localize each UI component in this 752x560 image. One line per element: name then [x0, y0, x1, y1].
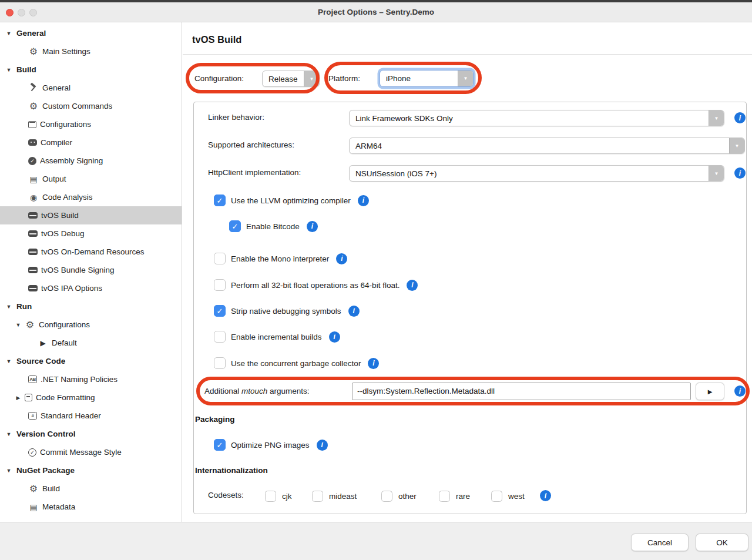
httpclient-implementation-dropdown[interactable]: NSUrlSession (iOS 7+)▼	[349, 165, 724, 182]
chevron-down-icon[interactable]: ▼	[304, 71, 319, 86]
linker-behavior-dropdown[interactable]: Link Framework SDKs Only▼	[349, 110, 724, 126]
checkbox[interactable]	[439, 491, 450, 502]
sidebar-item-commit-message-style[interactable]: ✓Commit Message Style	[0, 443, 182, 461]
disclosure-right-icon[interactable]: ▶	[14, 395, 22, 401]
info-icon[interactable]: i	[734, 112, 746, 123]
checkbox[interactable]	[491, 491, 502, 502]
sidebar-item-default[interactable]: ▶Default	[0, 334, 182, 352]
sidebar-item-label: tvOS Build	[41, 211, 79, 220]
sidebar-item-standard-header[interactable]: #Standard Header	[0, 407, 182, 425]
checkbox[interactable]: ✓	[214, 439, 226, 451]
info-icon[interactable]: i	[734, 385, 746, 397]
info-icon[interactable]: i	[336, 253, 347, 264]
info-icon[interactable]: i	[317, 440, 328, 451]
info-icon[interactable]: i	[407, 280, 418, 291]
chevron-down-icon[interactable]: ▼	[709, 110, 724, 126]
sidebar-item-net-naming-policies[interactable]: AB.NET Naming Policies	[0, 370, 182, 388]
sidebar-item-tvos-ipa-options[interactable]: tvOS IPA Options	[0, 279, 182, 297]
mtouch-arguments-input[interactable]: --dlsym:System.Reflection.Metadata.dll	[352, 383, 691, 400]
sidebar-item-tvos-build[interactable]: tvOS Build	[0, 206, 182, 224]
sidebar-item-metadata[interactable]: ▤Metadata	[0, 498, 182, 516]
checkbox[interactable]	[214, 253, 226, 264]
checkbox[interactable]: ✓	[214, 195, 226, 206]
sidebar-item-code-formatting[interactable]: ▶Code Formatting	[0, 388, 182, 407]
chevron-down-icon[interactable]: ▼	[729, 138, 744, 153]
info-icon[interactable]: i	[307, 221, 318, 232]
circle-check-icon: ✓	[28, 448, 36, 457]
robot-icon	[28, 139, 37, 146]
sidebar-item-label: Code Formatting	[36, 393, 95, 402]
sidebar-item-code-analysis[interactable]: ◉Code Analysis	[0, 188, 182, 206]
chevron-down-icon[interactable]: ▼	[458, 71, 473, 86]
ok-button[interactable]: OK	[696, 534, 748, 551]
checkbox[interactable]	[214, 279, 226, 291]
checkbox-label: Strip native debugging symbols	[231, 307, 341, 316]
configuration-dropdown[interactable]: Release ▼	[262, 71, 320, 87]
checkbox[interactable]: ✓	[229, 220, 241, 232]
tv-icon	[28, 212, 38, 219]
checkbox[interactable]	[214, 357, 226, 369]
sidebar-item-custom-commands[interactable]: ⚙Custom Commands	[0, 97, 182, 115]
disclosure-down-icon[interactable]: ▼	[5, 431, 13, 437]
disclosure-down-icon[interactable]: ▼	[14, 322, 22, 328]
info-icon[interactable]: i	[348, 306, 360, 317]
sidebar-item-general[interactable]: General	[0, 79, 182, 97]
checkbox[interactable]	[214, 331, 226, 343]
sidebar-item-assembly-signing[interactable]: ✓Assembly Signing	[0, 152, 182, 170]
info-icon[interactable]: i	[329, 331, 340, 343]
disclosure-down-icon[interactable]: ▼	[5, 304, 13, 310]
checkbox[interactable]: ✓	[214, 305, 226, 317]
chevron-down-icon[interactable]: ▼	[709, 166, 724, 181]
info-icon[interactable]: i	[368, 358, 379, 369]
supported-architectures-dropdown[interactable]: ARM64▼	[349, 138, 745, 154]
tv-icon	[28, 267, 38, 273]
sidebar-item-compiler[interactable]: Compiler	[0, 133, 182, 152]
sidebar-item-configurations[interactable]: ▼⚙Configurations	[0, 316, 182, 334]
checkbox[interactable]	[381, 491, 392, 502]
sidebar-item-tvos-bundle-signing[interactable]: tvOS Bundle Signing	[0, 261, 182, 279]
checkbox[interactable]	[312, 491, 323, 502]
checkbox-label: west	[508, 492, 525, 501]
sidebar-item-nuget-package[interactable]: ▼NuGet Package	[0, 461, 182, 479]
sidebar-item-build[interactable]: ⚙Build	[0, 479, 182, 498]
checkbox[interactable]	[265, 491, 276, 502]
option-row-linker-behavior: Linker behavior:Link Framework SDKs Only…	[194, 110, 746, 126]
document-icon: ▤	[28, 175, 39, 184]
sidebar-item-source-code[interactable]: ▼Source Code	[0, 352, 182, 370]
codeset-cjk: cjk	[265, 489, 292, 502]
info-icon[interactable]: i	[358, 195, 369, 206]
sidebar-item-run[interactable]: ▼Run	[0, 297, 182, 316]
disclosure-down-icon[interactable]: ▼	[5, 31, 13, 36]
sidebar-item-main-settings[interactable]: ⚙Main Settings	[0, 42, 182, 61]
disclosure-down-icon[interactable]: ▼	[5, 67, 13, 73]
info-icon[interactable]: i	[734, 167, 746, 179]
sidebar-item-tvos-on-demand-resources[interactable]: tvOS On-Demand Resources	[0, 243, 182, 261]
platform-dropdown[interactable]: iPhone ▼	[380, 70, 474, 87]
tv-icon	[28, 285, 38, 291]
disclosure-down-icon[interactable]: ▼	[5, 358, 13, 364]
configuration-label: Configuration:	[194, 71, 244, 87]
internationalization-heading: Internationalization	[195, 466, 268, 475]
sidebar-item-output[interactable]: ▤Output	[0, 170, 182, 188]
codeset-other: other	[381, 489, 417, 502]
sidebar-item-label: .NET Naming Policies	[41, 375, 118, 384]
sidebar-item-build[interactable]: ▼Build	[0, 61, 182, 79]
expand-arguments-button[interactable]: ▶	[696, 383, 724, 400]
info-icon[interactable]: i	[540, 490, 551, 501]
play-icon: ▶	[708, 388, 713, 395]
tv-icon	[28, 230, 38, 237]
checkbox-row-enable-incremental-builds: Enable incremental buildsi	[214, 330, 340, 343]
checkbox-row-perform-all-32-bit-float-operations-as-64-bit-float: Perform all 32-bit float operations as 6…	[214, 279, 418, 291]
circle-dot-icon: ◉	[28, 193, 39, 202]
sidebar-item-general[interactable]: ▼General	[0, 24, 182, 42]
option-row-httpclient-implementation: HttpClient implementation:NSUrlSession (…	[194, 165, 746, 182]
codeset-west: west	[491, 489, 525, 502]
sidebar-item-tvos-debug[interactable]: tvOS Debug	[0, 224, 182, 243]
sidebar-item-version-control[interactable]: ▼Version Control	[0, 425, 182, 443]
checkbox-label: cjk	[282, 492, 292, 501]
disclosure-down-icon[interactable]: ▼	[5, 468, 13, 474]
cancel-button[interactable]: Cancel	[631, 534, 689, 551]
sidebar-item-configurations[interactable]: Configurations	[0, 115, 182, 133]
sidebar-item-label: Compiler	[41, 138, 72, 147]
sidebar-item-label: Configurations	[39, 320, 90, 329]
